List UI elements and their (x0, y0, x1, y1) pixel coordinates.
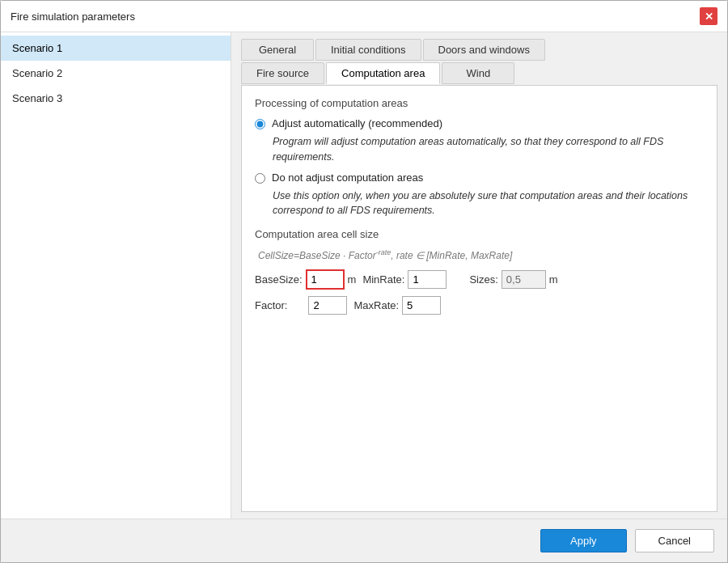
tab-initial-conditions[interactable]: Initial conditions (315, 39, 421, 61)
base-size-label: BaseSize: (255, 273, 303, 286)
apply-button[interactable]: Apply (540, 529, 627, 552)
cancel-button[interactable]: Cancel (635, 529, 714, 552)
tabs-row1: General Initial conditions Doors and win… (241, 39, 717, 61)
base-size-unit: m (348, 273, 357, 286)
max-rate-input[interactable] (402, 296, 441, 315)
radio-auto-desc: Program will adjust computation areas au… (273, 134, 704, 165)
cell-size-label: Computation area cell size (255, 228, 704, 240)
radio-noadjust-label: Do not adjust computation areas (272, 171, 423, 184)
min-rate-group: MinRate: (362, 270, 447, 289)
sidebar-item-scenario3[interactable]: Scenario 3 (1, 86, 231, 111)
sidebar: Scenario 1 Scenario 2 Scenario 3 (1, 32, 231, 519)
tab-content: Processing of computation areas Adjust a… (241, 85, 717, 512)
radio-auto-label: Adjust automatically (recommended) (272, 117, 442, 129)
tab-general[interactable]: General (241, 39, 314, 61)
processing-radio-group: Adjust automatically (recommended) Progr… (255, 117, 704, 218)
sidebar-item-scenario1[interactable]: Scenario 1 (1, 36, 231, 61)
tabs-row2: Fire source Computation area Wind (241, 62, 717, 84)
min-rate-label: MinRate: (362, 273, 404, 286)
main-content: General Initial conditions Doors and win… (231, 32, 727, 519)
base-size-input[interactable] (306, 269, 345, 290)
tab-wind[interactable]: Wind (442, 62, 514, 84)
fields-row1: BaseSize: m MinRate: Sizes: m (255, 269, 704, 290)
processing-section-label: Processing of computation areas (255, 97, 704, 109)
radio-auto[interactable] (255, 119, 265, 129)
sizes-label: Sizes: (469, 273, 497, 286)
formula-sup: -rate (376, 248, 392, 256)
titlebar: Fire simulation parameters ✕ (1, 1, 727, 32)
radio-option-noadjust: Do not adjust computation areas (255, 171, 704, 184)
tab-fire-source[interactable]: Fire source (241, 62, 324, 84)
dialog-body: Scenario 1 Scenario 2 Scenario 3 General… (1, 32, 727, 519)
close-button[interactable]: ✕ (700, 7, 717, 25)
factor-label: Factor: (255, 299, 287, 311)
sizes-unit: m (549, 273, 558, 286)
dialog: Fire simulation parameters ✕ Scenario 1 … (0, 0, 728, 563)
sizes-input[interactable] (502, 270, 546, 289)
radio-noadjust[interactable] (255, 173, 265, 184)
formula: CellSize=BaseSize · Factor-rate, rate ∈ … (258, 248, 704, 261)
base-size-group: BaseSize: m (255, 269, 356, 290)
sizes-group: Sizes: m (469, 270, 557, 289)
tab-doors-windows[interactable]: Doors and windows (423, 39, 545, 61)
sidebar-item-scenario2[interactable]: Scenario 2 (1, 61, 231, 86)
fields-row2: Factor: MaxRate: (255, 296, 704, 315)
factor-group: Factor: (255, 296, 347, 315)
factor-input[interactable] (308, 296, 347, 315)
cell-size-section: Computation area cell size CellSize=Base… (255, 228, 704, 315)
dialog-title: Fire simulation parameters (11, 11, 135, 23)
radio-option-auto: Adjust automatically (recommended) (255, 117, 704, 129)
dialog-footer: Apply Cancel (1, 519, 727, 562)
radio-noadjust-desc: Use this option only, when you are absol… (273, 188, 704, 219)
tab-computation-area[interactable]: Computation area (326, 62, 440, 84)
min-rate-input[interactable] (408, 270, 447, 289)
max-rate-label: MaxRate: (353, 299, 399, 311)
max-rate-group: MaxRate: (353, 296, 441, 315)
